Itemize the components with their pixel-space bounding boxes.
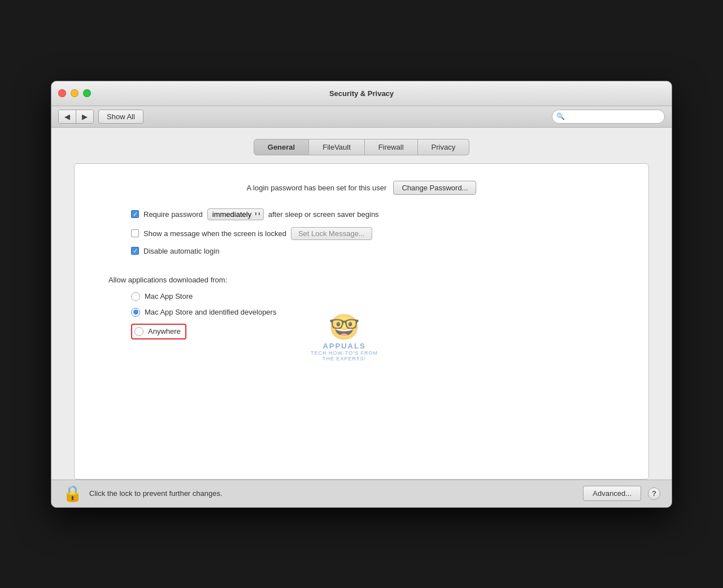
disable-autologin-checkbox[interactable]: ✓ <box>131 247 139 255</box>
radio-options: Mac App Store Mac App Store and identifi… <box>131 292 615 339</box>
anywhere-highlight-box: Anywhere <box>131 324 186 339</box>
lock-text: Click the lock to prevent further change… <box>89 489 576 498</box>
require-password-row: ✓ Require password immediately after sle… <box>131 208 615 220</box>
radio-mac-app-store-identified-button[interactable] <box>131 308 140 317</box>
back-button[interactable]: ◀ <box>59 110 76 123</box>
forward-button[interactable]: ▶ <box>76 110 93 123</box>
disable-autologin-row: ✓ Disable automatic login <box>131 247 615 255</box>
tab-general[interactable]: General <box>254 139 309 155</box>
search-box: 🔍 <box>552 110 665 124</box>
search-input[interactable] <box>552 110 665 124</box>
radio-anywhere-button[interactable] <box>134 327 143 336</box>
radio-anywhere-row: Anywhere <box>131 324 615 339</box>
general-panel: A login password has been set for this u… <box>74 163 649 480</box>
tab-bar: General FileVault Firewall Privacy <box>74 139 649 155</box>
radio-anywhere-label: Anywhere <box>148 327 181 336</box>
tab-firewall[interactable]: Firewall <box>365 139 418 155</box>
immediately-dropdown-wrap: immediately <box>207 208 264 220</box>
traffic-lights <box>58 89 91 97</box>
show-message-label: Show a message when the screen is locked <box>143 229 286 238</box>
show-all-button[interactable]: Show All <box>98 110 143 124</box>
lock-icon[interactable]: 🔒 <box>63 486 82 502</box>
tab-filevault[interactable]: FileVault <box>309 139 365 155</box>
require-password-checkbox[interactable]: ✓ <box>131 210 139 218</box>
nav-buttons: ◀ ▶ <box>58 110 94 124</box>
radio-mac-app-store: Mac App Store <box>131 292 615 301</box>
after-sleep-text: after sleep or screen saver begins <box>268 210 379 219</box>
require-password-label: Require password <box>143 210 203 219</box>
radio-mac-app-store-identified-label: Mac App Store and identified developers <box>145 308 276 316</box>
close-button[interactable] <box>58 89 66 97</box>
radio-mac-app-store-button[interactable] <box>131 292 140 301</box>
radio-mac-app-store-identified: Mac App Store and identified developers <box>131 308 615 317</box>
immediately-dropdown[interactable]: immediately <box>207 208 264 220</box>
show-message-row: Show a message when the screen is locked… <box>131 227 615 240</box>
main-window: Security & Privacy ◀ ▶ Show All 🔍 Genera… <box>51 81 672 508</box>
toolbar: ◀ ▶ Show All 🔍 <box>51 106 672 128</box>
allow-apps-section: Allow applications downloaded from: Mac … <box>108 276 615 339</box>
bottom-bar: 🔒 Click the lock to prevent further chan… <box>51 480 672 507</box>
advanced-button[interactable]: Advanced... <box>583 486 641 501</box>
maximize-button[interactable] <box>83 89 91 97</box>
login-row: A login password has been set for this u… <box>108 181 615 195</box>
title-bar: Security & Privacy <box>51 81 672 106</box>
help-button[interactable]: ? <box>648 487 660 500</box>
set-lock-message-button[interactable]: Set Lock Message... <box>291 227 372 240</box>
login-text: A login password has been set for this u… <box>247 184 387 192</box>
show-message-checkbox[interactable] <box>131 229 139 237</box>
disable-autologin-label: Disable automatic login <box>143 247 219 255</box>
radio-mac-app-store-label: Mac App Store <box>145 292 193 300</box>
options-section: ✓ Require password immediately after sle… <box>131 208 615 255</box>
content-area: General FileVault Firewall Privacy A log… <box>51 128 672 480</box>
tab-privacy[interactable]: Privacy <box>418 139 470 155</box>
allow-apps-label: Allow applications downloaded from: <box>108 276 615 284</box>
search-icon: 🔍 <box>556 112 565 120</box>
change-password-button[interactable]: Change Password... <box>393 181 476 195</box>
minimize-button[interactable] <box>71 89 79 97</box>
window-title: Security & Privacy <box>329 89 394 98</box>
